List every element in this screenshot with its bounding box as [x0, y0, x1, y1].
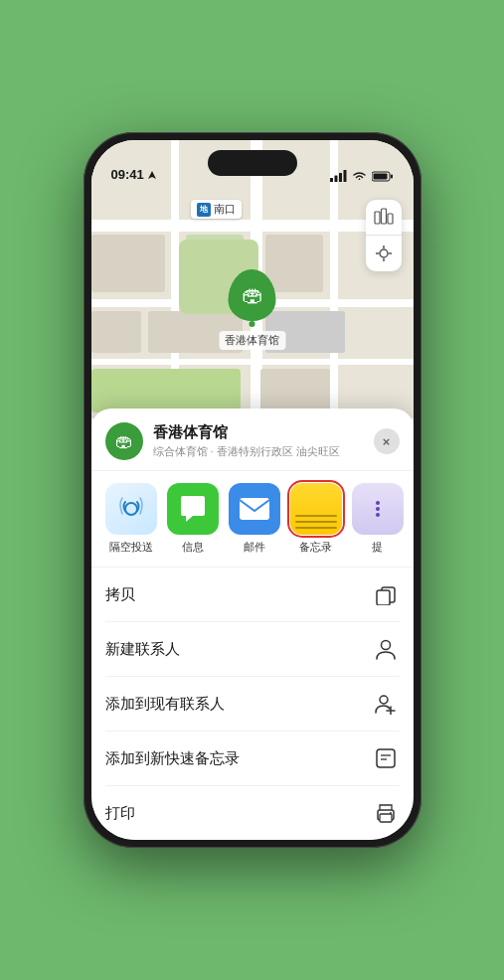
- svg-point-16: [125, 503, 137, 515]
- svg-rect-24: [377, 749, 395, 767]
- status-icons: [330, 170, 394, 182]
- airdrop-label: 隔空投送: [109, 540, 153, 555]
- svg-rect-28: [380, 814, 392, 822]
- more-icon: [352, 483, 404, 535]
- location-icon: [375, 245, 393, 262]
- person-add-symbol: [375, 693, 397, 715]
- svg-marker-0: [148, 171, 156, 179]
- time-display: 09:41: [111, 167, 144, 182]
- mail-icon: [229, 483, 280, 535]
- svg-rect-4: [343, 170, 346, 182]
- share-row: 隔空投送 信息: [91, 471, 414, 568]
- notes-add-symbol: [375, 747, 397, 769]
- metro-icon: 地: [197, 203, 211, 217]
- share-item-airdrop[interactable]: 隔空投送: [105, 483, 157, 555]
- venue-subtitle: 综合体育馆 · 香港特别行政区 油尖旺区: [153, 444, 374, 459]
- share-item-more[interactable]: 提: [352, 483, 404, 555]
- add-contact-icon: [372, 690, 400, 718]
- battery-icon: [372, 171, 394, 182]
- svg-rect-17: [240, 498, 269, 520]
- venue-icon: 🏟: [105, 422, 143, 460]
- copy-label: 拷贝: [105, 585, 135, 604]
- more-dot-1: [376, 501, 380, 505]
- stadium-pin-icon: 🏟: [242, 282, 263, 308]
- map-controls: [366, 200, 402, 271]
- sheet-header: 🏟 香港体育馆 综合体育馆 · 香港特别行政区 油尖旺区 ×: [91, 408, 414, 471]
- action-list: 拷贝 新建联系人: [91, 568, 414, 840]
- notes-label: 备忘录: [299, 540, 332, 555]
- copy-symbol: [375, 583, 397, 605]
- map-label-text: 南口: [214, 202, 236, 217]
- quick-note-label: 添加到新快速备忘录: [105, 749, 240, 768]
- share-item-mail[interactable]: 邮件: [229, 483, 280, 555]
- share-item-messages[interactable]: 信息: [167, 483, 219, 555]
- venue-info: 香港体育馆 综合体育馆 · 香港特别行政区 油尖旺区: [153, 423, 374, 459]
- notes-line-2: [295, 521, 337, 523]
- svg-rect-3: [339, 173, 342, 182]
- phone-screen: 09:41: [91, 140, 414, 840]
- map-label: 地 南口: [191, 200, 242, 219]
- mail-label: 邮件: [244, 540, 265, 555]
- svg-rect-7: [391, 174, 393, 178]
- svg-point-20: [381, 641, 390, 650]
- svg-rect-6: [373, 173, 387, 179]
- venue-name: 香港体育馆: [153, 423, 374, 442]
- stadium-marker[interactable]: 🏟 香港体育馆: [219, 269, 285, 350]
- share-item-notes[interactable]: 备忘录: [290, 483, 342, 555]
- bottom-sheet: 🏟 香港体育馆 综合体育馆 · 香港特别行政区 油尖旺区 ×: [91, 408, 414, 840]
- copy-icon: [372, 580, 400, 608]
- stadium-label: 香港体育馆: [219, 331, 285, 350]
- new-contact-label: 新建联系人: [105, 640, 180, 659]
- svg-rect-10: [388, 214, 393, 224]
- airdrop-icon: [105, 483, 157, 535]
- wifi-icon: [352, 171, 367, 182]
- svg-point-29: [390, 812, 392, 814]
- more-dot-3: [376, 513, 380, 517]
- stadium-pin: 🏟: [229, 269, 276, 321]
- airdrop-symbol: [116, 494, 146, 524]
- signal-icon: [330, 170, 347, 182]
- status-time: 09:41: [111, 167, 157, 182]
- action-quick-note[interactable]: 添加到新快速备忘录: [105, 732, 400, 786]
- action-new-contact[interactable]: 新建联系人: [105, 622, 400, 677]
- svg-rect-2: [334, 176, 337, 183]
- notes-icon: [290, 483, 342, 535]
- phone-frame: 09:41: [84, 132, 421, 848]
- more-dots: [376, 501, 380, 517]
- new-contact-icon: [372, 635, 400, 663]
- action-copy[interactable]: 拷贝: [105, 568, 400, 622]
- location-button[interactable]: [366, 236, 402, 271]
- add-contact-label: 添加到现有联系人: [105, 695, 225, 714]
- notes-line-1: [295, 515, 337, 517]
- print-symbol: [375, 802, 397, 824]
- mail-symbol: [239, 497, 270, 521]
- messages-icon: [167, 483, 219, 535]
- more-label: 提: [372, 540, 383, 555]
- svg-rect-9: [381, 209, 386, 224]
- quick-note-icon: [372, 744, 400, 772]
- svg-rect-19: [377, 590, 390, 605]
- close-button[interactable]: ×: [374, 428, 400, 454]
- venue-icon-glyph: 🏟: [115, 431, 133, 452]
- svg-point-11: [380, 249, 388, 257]
- print-label: 打印: [105, 804, 135, 823]
- svg-rect-8: [375, 212, 380, 224]
- svg-rect-1: [330, 178, 333, 182]
- messages-symbol: [178, 495, 208, 523]
- dynamic-island: [208, 150, 297, 176]
- map-type-icon: [374, 208, 394, 228]
- print-icon: [372, 799, 400, 827]
- messages-label: 信息: [182, 540, 204, 555]
- map-type-button[interactable]: [366, 200, 402, 236]
- notes-line-3: [295, 527, 337, 529]
- action-print[interactable]: 打印: [105, 786, 400, 840]
- location-arrow-icon: [147, 170, 157, 180]
- notes-lines: [290, 483, 342, 535]
- more-dot-2: [376, 507, 380, 511]
- svg-point-21: [380, 696, 388, 704]
- person-symbol: [375, 638, 397, 660]
- action-add-contact[interactable]: 添加到现有联系人: [105, 677, 400, 732]
